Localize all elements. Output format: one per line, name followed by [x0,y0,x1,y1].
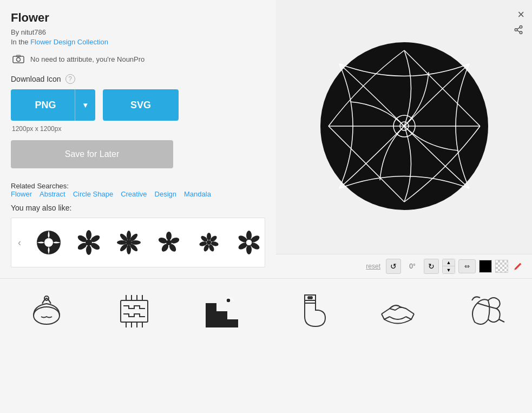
angle-up-button[interactable]: ▲ [443,259,455,266]
controls-bar: reset ↺ 0° ↻ ▲ ▼ ⇔ [276,254,532,278]
download-label-row: Download Icon ? [11,74,265,84]
size-text: 1200px x 1200px [12,125,265,133]
save-for-later-button[interactable]: Save for Later [11,140,173,168]
author-info: By nitut786 [11,28,265,36]
svg-rect-96 [206,303,216,311]
circuit-bottom-icon[interactable] [113,290,156,333]
related-link-mandala[interactable]: Mandala [184,190,211,198]
icon-title: Flower [11,11,265,25]
svg-rect-85 [121,300,148,322]
close-button[interactable]: × [517,8,524,22]
svg-line-77 [517,30,520,32]
angle-stepper[interactable]: ▲ ▼ [442,259,455,274]
download-label: Download Icon [11,75,61,83]
related-link-flower[interactable]: Flower [11,190,32,198]
bird-bottom-icon[interactable] [464,290,507,333]
svg-rect-94 [206,319,238,327]
svg-point-11 [86,239,92,246]
svg-line-78 [517,28,520,29]
svg-point-21 [166,232,172,240]
download-buttons: PNG ▾ SVG [11,89,265,121]
thumbnails-container: ‹ [11,218,265,267]
related-link-abstract[interactable]: Abstract [40,190,65,198]
svg-point-83 [34,307,60,324]
png-button[interactable]: PNG ▾ [11,89,95,121]
collection-link: In the Flower Design Collection [11,38,265,46]
svg-point-1 [17,58,21,62]
svg-point-76 [520,31,522,34]
collection-prefix: In the [11,38,30,46]
related-link-circle-shape[interactable]: Circle Shape [73,190,113,198]
attribution-row: No need to attribute, you're NounPro [11,54,265,64]
color-picker[interactable] [479,260,492,273]
left-panel: Flower By nitut786 In the Flower Design … [0,0,276,278]
svg-point-34 [207,240,211,245]
reset-link[interactable]: reset [366,263,380,270]
bun-bottom-icon[interactable] [25,290,68,333]
png-dropdown-arrow[interactable]: ▾ [75,89,95,121]
collection-link-anchor[interactable]: Flower Design Collection [30,38,108,46]
rotate-right-button[interactable]: ↻ [424,259,439,274]
thumb-item-1[interactable] [30,224,68,261]
angle-down-button[interactable]: ▼ [443,266,455,273]
handshake-bottom-icon[interactable] [376,290,419,333]
related-link-design[interactable]: Design [155,190,176,198]
svg-point-74 [520,26,522,29]
svg-point-8 [86,245,91,255]
thumb-item-5[interactable] [190,224,228,261]
pencil-icon[interactable] [511,260,524,273]
you-may-like-label: You may also like: [11,204,265,212]
svg-point-20 [126,240,132,245]
attribution-text: No need to attribute, you're NounPro [30,55,145,63]
svg-point-25 [157,237,167,244]
thumb-item-3[interactable] [110,224,148,261]
svg-point-26 [166,240,172,245]
svg-point-4 [44,238,53,247]
svg-point-75 [515,29,517,31]
share-button[interactable] [514,25,523,37]
camera-icon [11,54,26,64]
preview-area [276,0,532,254]
svg-point-41 [246,239,252,246]
flower-preview [312,34,496,220]
related-searches: Related Searches: Flower Abstract Circle… [11,181,265,198]
related-link-creative[interactable]: Creative [121,190,147,198]
png-label: PNG [11,100,75,111]
svg-point-5 [86,230,91,240]
svg-point-27 [207,233,211,240]
svg-rect-95 [206,311,227,319]
thumbs-prev-arrow[interactable]: ‹ [11,237,28,248]
rotate-left-button[interactable]: ↺ [386,259,401,274]
right-panel: × [276,0,532,278]
thumb-item-6[interactable] [230,224,268,261]
help-icon[interactable]: ? [65,74,75,84]
bottom-section [0,278,532,344]
svg-point-103 [308,297,310,299]
angle-display: 0° [404,263,421,270]
sock-bottom-icon[interactable] [288,290,332,333]
thumb-item-4[interactable] [150,224,188,261]
thumb-item-2[interactable] [70,224,108,261]
related-title: Related Searches: [11,182,69,190]
expand-button[interactable]: ⇔ [458,259,476,273]
top-row: Flower By nitut786 In the Flower Design … [0,0,532,278]
page-wrapper: Flower By nitut786 In the Flower Design … [0,0,532,344]
background-checker[interactable] [495,260,508,273]
svg-point-99 [226,298,231,303]
svg-button[interactable]: SVG [103,89,179,121]
related-links: Flower Abstract Circle Shape Creative De… [11,190,265,198]
svg-point-22 [170,237,180,244]
stairs-bottom-icon[interactable] [200,290,244,333]
